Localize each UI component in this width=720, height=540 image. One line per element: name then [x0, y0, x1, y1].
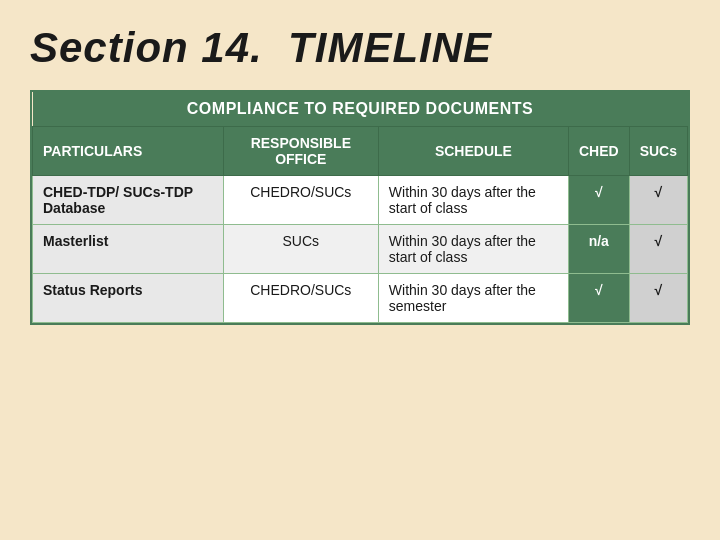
table-row: MasterlistSUCsWithin 30 days after the s…: [33, 225, 688, 274]
page: Section 14. TIMELINE COMPLIANCE TO REQUI…: [0, 0, 720, 540]
cell-ched: √: [568, 274, 629, 323]
cell-responsible: SUCs: [223, 225, 378, 274]
cell-schedule: Within 30 days after the semester: [378, 274, 568, 323]
title-section: Section 14.: [30, 24, 263, 71]
cell-sucs: √: [629, 176, 687, 225]
col-ched: CHED: [568, 127, 629, 176]
col-particulars: PARTICULARS: [33, 127, 224, 176]
cell-particulars: Masterlist: [33, 225, 224, 274]
col-responsible: RESPONSIBLE OFFICE: [223, 127, 378, 176]
table-row: Status ReportsCHEDRO/SUCsWithin 30 days …: [33, 274, 688, 323]
cell-sucs: √: [629, 274, 687, 323]
cell-responsible: CHEDRO/SUCs: [223, 176, 378, 225]
cell-particulars: Status Reports: [33, 274, 224, 323]
col-sucs: SUCs: [629, 127, 687, 176]
cell-ched: √: [568, 176, 629, 225]
col-schedule: SCHEDULE: [378, 127, 568, 176]
cell-schedule: Within 30 days after the start of class: [378, 176, 568, 225]
compliance-table: COMPLIANCE TO REQUIRED DOCUMENTS PARTICU…: [30, 90, 690, 325]
page-title: Section 14. TIMELINE: [30, 24, 690, 72]
cell-sucs: √: [629, 225, 687, 274]
cell-ched: n/a: [568, 225, 629, 274]
section-header: COMPLIANCE TO REQUIRED DOCUMENTS: [33, 92, 688, 127]
table-row: CHED-TDP/ SUCs-TDP DatabaseCHEDRO/SUCsWi…: [33, 176, 688, 225]
cell-responsible: CHEDRO/SUCs: [223, 274, 378, 323]
title-main: TIMELINE: [288, 24, 492, 71]
cell-schedule: Within 30 days after the start of class: [378, 225, 568, 274]
cell-particulars: CHED-TDP/ SUCs-TDP Database: [33, 176, 224, 225]
